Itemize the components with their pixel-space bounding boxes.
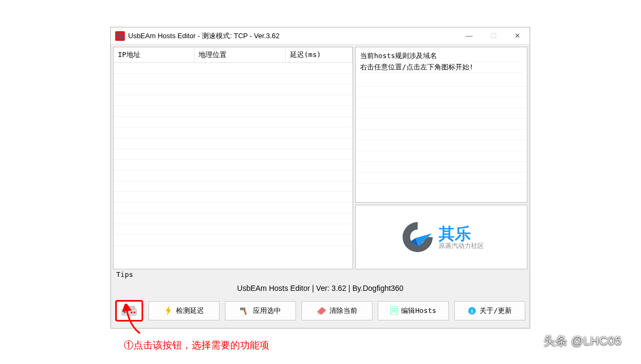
close-button[interactable]: ✕ [505, 27, 530, 45]
detect-latency-button[interactable]: 检测延迟 [149, 301, 220, 320]
logo-cn-text: 其乐 [439, 225, 484, 242]
logo-sub-text: 原蒸汽动力社区 [439, 242, 484, 249]
maximize-button[interactable]: ☐ [481, 27, 505, 45]
logo-panel: 其乐 原蒸汽动力社区 [355, 205, 527, 269]
svg-rect-7 [243, 309, 247, 315]
titlebar: 🐾 UsbEAm Hosts Editor - 测速模式: TCP - Ver.… [111, 27, 530, 45]
column-latency[interactable]: 延迟(ms) [286, 47, 353, 62]
svg-text:i: i [471, 308, 473, 314]
svg-rect-3 [124, 312, 126, 313]
logo-mark: 其乐 原蒸汽动力社区 [399, 218, 484, 256]
qile-logo-icon [399, 218, 436, 256]
clear-current-button[interactable]: 清除当前 [301, 301, 372, 320]
info-bar: UsbEAm Hosts Editor | Ver: 3.62 | By.Dog… [113, 280, 527, 297]
table-header: IP地址 地理位置 延迟(ms) [114, 47, 353, 63]
gamepad-icon [121, 305, 137, 317]
app-icon: 🐾 [115, 31, 125, 41]
tips-label: Tips [113, 269, 527, 280]
app-window: 🐾 UsbEAm Hosts Editor - 测速模式: TCP - Ver.… [110, 27, 530, 329]
column-ip[interactable]: IP地址 [114, 47, 194, 62]
gamepad-button[interactable] [115, 300, 143, 322]
svg-rect-1 [124, 306, 135, 310]
svg-point-4 [131, 311, 133, 313]
lightning-icon [164, 306, 173, 316]
hammer-icon [240, 306, 250, 315]
hosts-info-panel[interactable]: 当前hosts规则涉及域名 右击任意位置/点击左下角图标开始! [355, 47, 527, 203]
edit-hosts-button[interactable]: 编辑Hosts [378, 301, 449, 320]
info-icon: i [468, 306, 476, 315]
column-location[interactable]: 地理位置 [194, 47, 286, 62]
watermark: 头条 @LHC05 [544, 333, 622, 349]
eraser-icon [316, 307, 326, 315]
toolbar: 检测延迟 应用选中 清除当前 编辑Hosts [113, 297, 527, 326]
about-update-button[interactable]: i 关于/更新 [454, 301, 525, 320]
document-icon [390, 306, 398, 315]
svg-point-5 [133, 311, 136, 313]
apply-selected-button[interactable]: 应用选中 [225, 301, 296, 320]
minimize-button[interactable]: — [457, 27, 481, 45]
window-title: UsbEAm Hosts Editor - 测速模式: TCP - Ver.3.… [128, 31, 457, 41]
annotation-text: ①点击该按钮，选择需要的功能项 [124, 339, 269, 352]
svg-rect-8 [391, 306, 397, 315]
hosts-info-line2: 右击任意位置/点击左下角图标开始! [360, 62, 523, 73]
hosts-info-line1: 当前hosts规则涉及域名 [360, 51, 523, 62]
table-body[interactable] [114, 63, 353, 248]
ip-table-panel: IP地址 地理位置 延迟(ms) [113, 47, 353, 269]
